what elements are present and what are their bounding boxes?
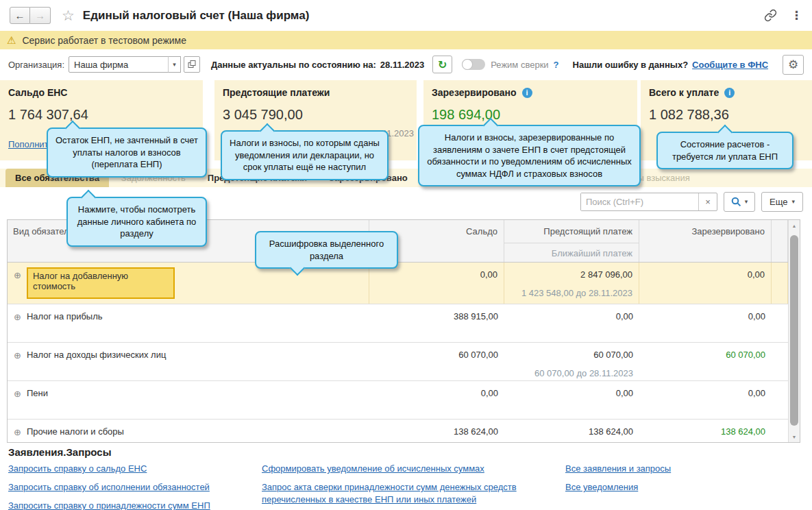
obligations-table: Вид обязательства Сальдо Предстоящий пла… [7, 219, 800, 443]
table-row-profit-tax[interactable]: ⊕ Налог на прибыль 388 915,00 0,00 0,00 [8, 304, 800, 343]
cell-reserved: 138 624,00 [645, 424, 765, 437]
card-upcoming-value: 3 045 790,00 [223, 107, 408, 123]
more-dropdown-icon: ▾ [791, 198, 795, 205]
organization-value[interactable]: Наша фирма [69, 56, 169, 73]
tooltip-text: Нажмите, чтобы посмотреть данные личного… [77, 204, 197, 239]
all-requests-link[interactable]: Все заявления и запросы [565, 463, 804, 475]
table-row-penalties[interactable]: ⊕ Пени 0,00 0,00 0,00 [8, 381, 800, 420]
tooltip-text: Состояние расчетов - требуется ли уплата… [672, 139, 778, 162]
search-button[interactable]: ▾ [724, 192, 755, 212]
page-title: Единый налоговый счет (Наша фирма) [83, 9, 309, 23]
more-menu-icon[interactable]: ⋮ [791, 8, 802, 23]
more-button-label: Еще [770, 197, 787, 207]
cell-nearest: 60 070,00 до 28.11.2023 [510, 368, 633, 378]
scroll-down-icon[interactable]: ▼ [789, 431, 800, 442]
header-reserved[interactable]: Зарезервировано [639, 220, 772, 262]
table-row-other-taxes[interactable]: ⊕ Прочие налоги и сборы 138 624,00 138 6… [8, 420, 800, 443]
cell-saldo: 60 070,00 [376, 347, 498, 360]
row-name: Налог на прибыль [27, 308, 103, 321]
search-box: × [580, 193, 717, 211]
expand-icon[interactable]: ⊕ [14, 389, 21, 399]
open-form-icon [188, 60, 196, 69]
test-mode-banner: ⚠ Сервис работает в тестовом режиме [0, 31, 812, 49]
settings-button[interactable]: ⚙ [783, 55, 804, 75]
reconciliation-label: Режим сверки [491, 60, 548, 70]
toolbar: Организация: Наша фирма ▾ Данные актуаль… [0, 53, 812, 75]
expand-icon[interactable]: ⊕ [14, 427, 21, 437]
row-name: Прочие налоги и сборы [27, 424, 124, 437]
row-name: Пени [27, 385, 48, 398]
cell-upcoming: 0,00 [510, 308, 633, 321]
request-reconciliation-act-link[interactable]: Запрос акта сверки принадлежности сумм д… [262, 481, 519, 506]
table-row-nds[interactable]: ⊕ Налог на добавленную стоимость 0,00 2 … [8, 263, 800, 304]
organization-combo[interactable]: Наша фирма ▾ [69, 56, 181, 73]
request-saldo-link[interactable]: Запросить справку о сальдо ЕНС [8, 463, 262, 475]
expand-icon[interactable]: ⊕ [14, 270, 21, 280]
tooltip-text: Налоги и взносы, по которым сданы уведом… [230, 138, 380, 172]
reconciliation-toggle[interactable] [462, 59, 485, 70]
search-dropdown-icon: ▾ [745, 198, 748, 205]
header-nearest-payment[interactable]: Ближайший платеж [504, 243, 639, 263]
cell-upcoming: 2 847 096,00 [510, 267, 632, 280]
refresh-icon: ↻ [438, 58, 447, 71]
cell-reserved: 0,00 [645, 308, 765, 321]
get-link-icon[interactable] [764, 9, 777, 22]
expand-icon[interactable]: ⊕ [14, 312, 21, 322]
cell-nearest: 1 423 548,00 до 28.11.2023 [510, 288, 632, 298]
search-input[interactable] [581, 193, 698, 210]
help-icon[interactable]: ? [554, 60, 559, 70]
search-clear-button[interactable]: × [698, 193, 717, 210]
row-name: Налог на добавленную стоимость [33, 271, 128, 291]
cell-saldo: 138 624,00 [376, 424, 498, 437]
warning-icon: ⚠ [7, 34, 16, 47]
create-notification-link[interactable]: Сформировать уведомление об исчисленных … [262, 463, 519, 475]
tooltip-saldo: Остаток ЕНП, не зачтенный в счет уплаты … [47, 127, 207, 178]
more-button[interactable]: Еще ▾ [761, 192, 803, 212]
cell-upcoming: 60 070,00 [510, 347, 633, 360]
card-total-title: Всего к уплате [649, 87, 719, 98]
header-upcoming-payment[interactable]: Предстоящий платеж [504, 220, 639, 243]
request-enp-belonging-link[interactable]: Запросить справку о принадлежности сумм … [8, 500, 262, 510]
scroll-up-icon[interactable]: ▲ [789, 220, 800, 231]
row-name: Налог на доходы физических лиц [27, 347, 167, 360]
search-icon [731, 197, 741, 207]
tooltip-tab: Нажмите, чтобы посмотреть данные личного… [66, 197, 207, 247]
organization-label: Организация: [8, 60, 64, 70]
reserved-info-icon[interactable]: i [522, 88, 532, 98]
card-upcoming-title: Предстоящие платежи [223, 87, 330, 98]
error-question-text: Нашли ошибку в данных? [573, 60, 689, 70]
card-reserved-value: 198 694,00 [432, 107, 629, 123]
requests-section: Заявления.Запросы Запросить справку о са… [0, 446, 812, 510]
gear-icon: ⚙ [788, 58, 798, 72]
toggle-knob [462, 59, 473, 70]
refresh-button[interactable]: ↻ [432, 56, 452, 73]
total-info-icon[interactable]: i [724, 88, 735, 98]
card-saldo-value: 1 764 307,64 [8, 107, 195, 123]
cell-saldo: 0,00 [376, 385, 498, 398]
card-reserved-title: Зарезервировано [432, 87, 517, 98]
cell-saldo: 388 915,00 [376, 308, 498, 321]
combo-dropdown-icon[interactable]: ▾ [168, 56, 181, 73]
report-to-fns-link[interactable]: Сообщите в ФНС [692, 60, 768, 70]
back-icon: ← [15, 10, 25, 21]
cell-upcoming: 138 624,00 [510, 424, 633, 437]
tooltip-upcoming: Налоги и взносы, по которым сданы уведом… [221, 130, 389, 180]
scrollbar-thumb[interactable] [790, 235, 798, 426]
back-button[interactable]: ← [10, 7, 30, 24]
table-row-ndfl[interactable]: ⊕ Налог на доходы физических лиц 60 070,… [8, 343, 800, 381]
request-obligations-link[interactable]: Запросить справку об исполнении обязанно… [8, 481, 262, 494]
tooltip-text: Налоги и взносы, зарезервированные по за… [427, 132, 632, 179]
forward-icon: → [35, 10, 45, 21]
requests-heading: Заявления.Запросы [8, 446, 804, 458]
cell-saldo: 0,00 [376, 267, 497, 280]
all-notifications-link[interactable]: Все уведомления [565, 481, 804, 494]
forward-button[interactable]: → [30, 7, 51, 24]
banner-text: Сервис работает в тестовом режиме [22, 35, 186, 46]
expand-icon[interactable]: ⊕ [14, 350, 21, 361]
cell-upcoming: 0,00 [510, 385, 633, 398]
tooltip-table: Расшифровка выделенного раздела [255, 231, 398, 269]
vertical-scrollbar[interactable]: ▲ ▼ [788, 220, 800, 442]
open-organization-button[interactable] [184, 56, 200, 73]
nav-buttons: ← → [10, 7, 51, 24]
favorite-star-icon[interactable]: ☆ [62, 8, 75, 24]
